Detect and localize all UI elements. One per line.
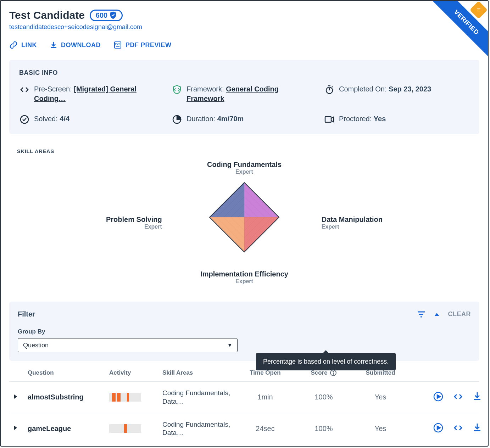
score-value: 600 <box>96 11 107 19</box>
question-name: gameLeague <box>28 425 109 433</box>
row-skill-areas: Coding Fundamentals, Data… <box>162 389 233 406</box>
svg-point-9 <box>333 371 334 372</box>
candidate-email: testcandidatedesco+seicodesignal@gmail.c… <box>9 23 479 31</box>
pdf-preview-button[interactable]: PDF PDF PREVIEW <box>113 41 172 49</box>
row-actions <box>411 392 481 403</box>
solved-value: 4/4 <box>60 115 69 123</box>
score-tooltip: Percentage is based on level of correctn… <box>256 353 396 370</box>
col-activity: Activity <box>109 369 162 376</box>
candidate-name: Test Candidate <box>9 9 85 21</box>
pdf-icon: PDF <box>113 41 122 49</box>
row-submitted: Yes <box>350 425 411 433</box>
row-score: 100% <box>297 393 350 401</box>
filter-label: Filter <box>18 310 35 318</box>
download-icon <box>50 41 57 49</box>
chevron-down-icon: ▼ <box>227 342 232 348</box>
view-code-button[interactable] <box>453 423 463 434</box>
col-score: Score <box>297 369 350 376</box>
filter-panel: Filter CLEAR Group By Question ▼ <box>9 302 479 361</box>
view-code-button[interactable] <box>453 392 463 403</box>
row-actions <box>411 423 481 434</box>
stopwatch-icon <box>324 84 335 95</box>
col-question: Question <box>28 369 109 376</box>
svg-text:PDF: PDF <box>115 43 121 45</box>
activity-bar <box>109 393 162 402</box>
skill-axis-top: Coding Fundamentals Expert <box>207 161 282 175</box>
play-button[interactable] <box>433 392 443 403</box>
row-score: 100% <box>297 425 350 433</box>
info-icon[interactable] <box>330 369 337 376</box>
row-skill-areas: Coding Fundamentals, Data… <box>162 420 233 437</box>
table-row: gameLeagueCoding Fundamentals, Data…24se… <box>9 413 479 444</box>
row-time: 1min <box>233 393 297 401</box>
table-row: almostSubstringCoding Fundamentals, Data… <box>9 381 479 413</box>
skill-radar-chart: Coding Fundamentals Expert Data Manipula… <box>106 161 383 285</box>
camera-icon <box>324 114 335 125</box>
check-circle-icon <box>19 114 30 125</box>
skill-axis-right: Data Manipulation Expert <box>322 215 383 230</box>
clear-button[interactable]: CLEAR <box>448 310 471 318</box>
expand-row-button[interactable] <box>13 394 28 401</box>
row-submitted: Yes <box>350 393 411 401</box>
col-time: Time Open <box>233 369 297 376</box>
groupby-select[interactable]: Question ▼ <box>18 338 238 352</box>
link-button[interactable]: LINK <box>9 41 37 49</box>
row-time: 24sec <box>233 425 297 433</box>
col-submitted: Submitted <box>350 369 411 376</box>
download-button[interactable]: DOWNLOAD <box>50 41 101 49</box>
results-table: Question Activity Skill Areas Time Open … <box>9 369 479 444</box>
activity-bar <box>109 424 162 433</box>
shield-icon <box>110 11 117 19</box>
clock-icon <box>172 114 182 125</box>
duration-value: 4m/70m <box>217 115 244 123</box>
play-button[interactable] <box>433 423 443 434</box>
skill-axis-left: Problem Solving Expert <box>106 215 162 230</box>
completed-on-value: Sep 23, 2023 <box>389 85 431 93</box>
download-row-button[interactable] <box>473 392 481 403</box>
skill-areas-title: SKILL AREAS <box>17 148 472 154</box>
score-badge: 600 <box>90 10 123 21</box>
col-skill: Skill Areas <box>162 369 233 376</box>
question-name: almostSubstring <box>28 393 109 401</box>
filter-icon[interactable] <box>417 311 425 318</box>
groupby-label: Group By <box>18 328 471 335</box>
code-icon <box>19 84 30 95</box>
basic-info-panel: BASIC INFO Pre-Screen: [Migrated] Genera… <box>9 60 479 134</box>
skill-axis-bottom: Implementation Efficiency Expert <box>200 270 288 285</box>
download-row-button[interactable] <box>473 423 481 434</box>
link-icon <box>9 41 18 49</box>
framework-icon <box>172 84 182 95</box>
proctored-value: Yes <box>374 115 386 123</box>
groupby-value: Question <box>23 342 49 349</box>
expand-row-button[interactable] <box>13 425 28 432</box>
svg-rect-5 <box>325 117 331 122</box>
collapse-icon[interactable] <box>434 312 440 317</box>
basic-info-title: BASIC INFO <box>19 69 469 77</box>
skill-areas-panel: SKILL AREAS <box>9 140 479 295</box>
